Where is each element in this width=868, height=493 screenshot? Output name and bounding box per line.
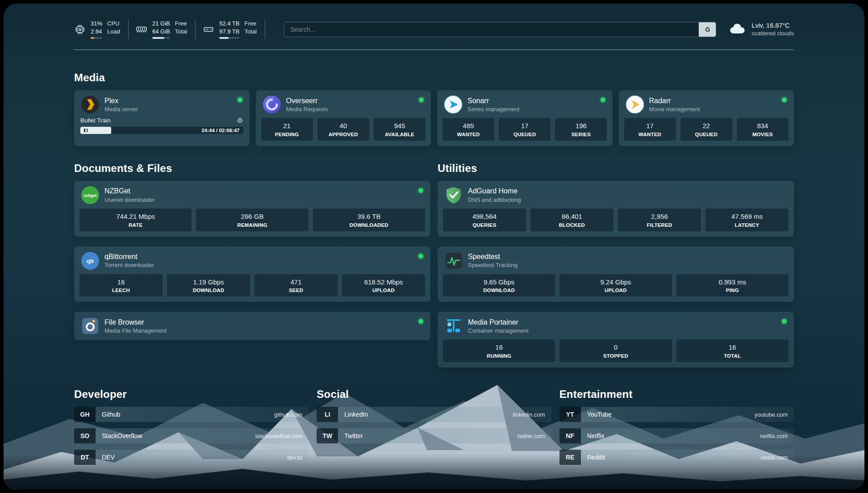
memory-usage-bar xyxy=(152,37,170,39)
adguard-card[interactable]: AdGuard Home DNS and adblocking 498,564 … xyxy=(438,181,794,237)
stat-total: 16 TOTAL xyxy=(676,339,789,362)
settings-gear-icon[interactable] xyxy=(237,117,243,124)
bookmark-url: youtube.com xyxy=(755,411,788,418)
bookmark-youtube[interactable]: YT YouTube youtube.com xyxy=(559,407,794,422)
filebrowser-icon xyxy=(81,317,99,335)
stat-leech: 16 LEECH xyxy=(79,274,163,297)
top-bar: 31% 2.94 CPU Load xyxy=(74,4,794,39)
stat-movies: 834 MOVIES xyxy=(737,118,789,141)
cpu-percent-value: 31% xyxy=(91,20,102,28)
stat-pending: 21 PENDING xyxy=(261,118,313,141)
stat-queries: 498,564 QUERIES xyxy=(443,209,526,231)
bookmark-url: github.com xyxy=(274,411,303,418)
stat-ping: 0.993 ms PING xyxy=(676,274,789,297)
bookmark-name: YouTube xyxy=(587,411,612,418)
app-subtitle: Usenet downloader xyxy=(104,196,154,204)
stat-available: 945 AVAILABLE xyxy=(374,118,426,141)
status-dot xyxy=(782,97,787,102)
sonarr-card[interactable]: Sonarr Series management 485 WANTED 17 Q… xyxy=(437,90,613,146)
overseerr-card[interactable]: Overseerr Media Requests 21 PENDING 40 A… xyxy=(256,90,431,146)
memory-total-label: Total xyxy=(175,28,187,36)
bookmark-stackoverflow[interactable]: SO StackOverflow stackoverflow.com xyxy=(74,428,309,443)
bookmark-url: dev.to xyxy=(287,454,302,461)
app-name: Media Portainer xyxy=(468,318,529,326)
portainer-icon xyxy=(445,317,463,335)
bookmark-name: StackOverflow xyxy=(102,432,142,439)
bookmark-github[interactable]: GH Github github.com xyxy=(74,407,309,422)
overseerr-icon xyxy=(263,96,281,113)
search-bar: G xyxy=(284,22,716,37)
section-social: Social LI LinkedIn linkedin.com TW Twitt… xyxy=(317,388,551,465)
stat-wanted: 17 WANTED xyxy=(624,118,676,141)
radarr-card[interactable]: Radarr Movie management 17 WANTED 22 QUE… xyxy=(619,90,794,146)
app-subtitle: Torrent downloader xyxy=(104,262,154,269)
now-playing-title: Bullet Train xyxy=(80,117,111,124)
nzbget-card[interactable]: nzbget NZBGet Usenet downloader 74 xyxy=(74,181,430,237)
status-dot xyxy=(782,319,787,324)
memory-widget: 21 GiB 64 GiB Free Total xyxy=(136,20,196,39)
plex-card[interactable]: Plex Media server Bullet Train xyxy=(74,90,250,146)
bookmark-abbr: NF xyxy=(559,428,581,443)
svg-text:qb: qb xyxy=(87,258,94,264)
filebrowser-card[interactable]: File Browser Media File Management xyxy=(74,312,430,340)
section-utilities: Utilities xyxy=(438,162,794,368)
qbittorrent-card[interactable]: qb qBittorrent Torrent downloader xyxy=(74,246,430,302)
disk-usage-bar xyxy=(219,37,239,39)
stat-stopped: 0 STOPPED xyxy=(559,339,672,362)
bookmark-abbr: LI xyxy=(317,407,338,422)
media-section-title: Media xyxy=(74,71,794,84)
app-subtitle: DNS and adblocking xyxy=(468,196,521,204)
cpu-load-label: Load xyxy=(107,28,120,36)
disk-total-label: Total xyxy=(244,28,256,36)
entertainment-section-title: Entertainment xyxy=(559,388,794,401)
bookmark-dev[interactable]: DT DEV dev.to xyxy=(74,450,309,465)
stat-upload: 9.24 Gbps UPLOAD xyxy=(559,274,672,297)
bookmark-url: stackoverflow.com xyxy=(255,433,302,439)
stat-wanted: 485 WANTED xyxy=(442,118,494,141)
portainer-card[interactable]: Media Portainer Container management 16 … xyxy=(438,312,794,368)
app-subtitle: Movie management xyxy=(649,106,700,113)
speedtest-card[interactable]: Speedtest Speedtest Tracking 9.65 Gbps D… xyxy=(438,246,794,302)
stat-remaining: 266 GB REMAINING xyxy=(196,209,308,231)
stat-approved: 40 APPROVED xyxy=(317,118,369,141)
disk-free-value: 52.4 TB xyxy=(219,20,239,28)
search-input[interactable] xyxy=(284,22,699,37)
pause-button[interactable] xyxy=(84,129,88,132)
bookmark-reddit[interactable]: RE Reddit reddit.com xyxy=(559,450,794,465)
disk-widget: 52.4 TB 97.9 TB Free Total xyxy=(203,20,265,39)
app-name: Plex xyxy=(104,96,138,105)
bookmark-netflix[interactable]: NF Netflix netflix.com xyxy=(559,428,794,443)
bookmark-abbr: RE xyxy=(559,450,581,465)
app-name: NZBGet xyxy=(104,187,154,195)
stat-series: 196 SERIES xyxy=(555,118,607,141)
app-subtitle: Media File Management xyxy=(104,327,167,334)
weather-location: Lviv, 16.87°C xyxy=(751,21,794,30)
app-subtitle: Series management xyxy=(467,106,519,113)
cloud-icon xyxy=(728,22,747,36)
app-subtitle: Speedtest Tracking xyxy=(468,262,517,269)
search-provider-button[interactable]: G xyxy=(699,22,716,37)
bookmark-url: reddit.com xyxy=(760,454,788,461)
stat-download: 1.19 Gbps DOWNLOAD xyxy=(167,274,250,297)
app-subtitle: Container management xyxy=(468,327,529,334)
qbittorrent-icon: qb xyxy=(81,252,99,270)
memory-free-value: 21 GiB xyxy=(152,20,170,28)
playback-progress-bar: 24:44 / 02:06:47 xyxy=(80,127,243,134)
resource-widgets: 31% 2.94 CPU Load xyxy=(74,20,272,39)
cpu-label: CPU xyxy=(107,20,120,28)
stat-rate: 744.21 Mbps RATE xyxy=(79,209,192,231)
bookmark-name: Twitter xyxy=(344,432,363,439)
bookmark-abbr: DT xyxy=(74,450,96,465)
bookmark-linkedin[interactable]: LI LinkedIn linkedin.com xyxy=(317,407,551,422)
app-name: Radarr xyxy=(649,96,700,105)
memory-icon xyxy=(136,24,147,35)
stat-upload: 618.52 Mbps UPLOAD xyxy=(342,274,425,297)
plex-now-playing: Bullet Train xyxy=(79,117,244,134)
stat-filtered: 2,956 FILTERED xyxy=(618,209,701,231)
section-documents: Documents & Files nzbget xyxy=(74,162,430,368)
bookmark-twitter[interactable]: TW Twitter twitter.com xyxy=(317,428,551,443)
cpu-widget: 31% 2.94 CPU Load xyxy=(74,20,129,39)
bookmark-abbr: SO xyxy=(74,428,96,443)
status-dot xyxy=(601,97,605,102)
section-developer: Developer GH Github github.com SO StackO… xyxy=(74,388,309,465)
